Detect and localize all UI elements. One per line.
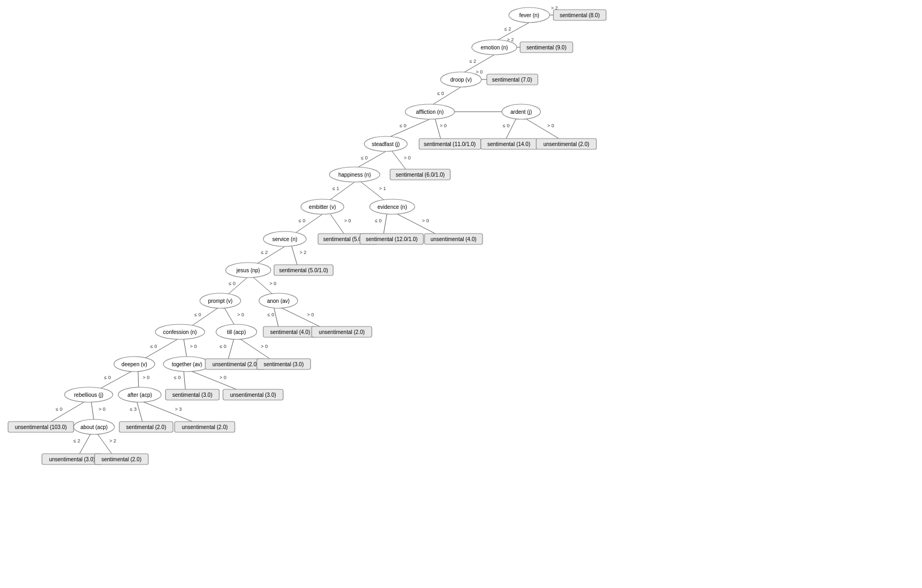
svg-text:≤ 0: ≤ 0 <box>195 312 201 317</box>
svg-text:evidence (n): evidence (n) <box>377 204 407 210</box>
svg-text:unsentimental (2.0): unsentimental (2.0) <box>319 329 365 335</box>
svg-text:≤ 0: ≤ 0 <box>299 218 305 223</box>
svg-text:unsentimental (3.0): unsentimental (3.0) <box>230 392 276 398</box>
svg-text:sentimental (7.0): sentimental (7.0) <box>492 77 532 83</box>
svg-text:embitter (v): embitter (v) <box>309 204 336 210</box>
svg-text:> 2: > 2 <box>110 438 117 444</box>
svg-line-39 <box>292 246 297 265</box>
svg-text:> 0: > 0 <box>270 281 277 286</box>
svg-text:confession (n): confession (n) <box>163 329 197 335</box>
svg-text:unsentimental (2.0): unsentimental (2.0) <box>182 424 228 430</box>
svg-line-51 <box>282 308 320 326</box>
svg-text:≤ 0: ≤ 0 <box>503 123 509 128</box>
svg-text:≤ 1: ≤ 1 <box>333 186 339 191</box>
svg-line-73 <box>137 402 142 422</box>
svg-text:≤ 0: ≤ 0 <box>361 155 368 161</box>
svg-text:sentimental (2.0): sentimental (2.0) <box>126 424 166 430</box>
svg-text:till (acp): till (acp) <box>227 329 246 335</box>
svg-text:> 0: > 0 <box>143 375 150 380</box>
svg-text:≤ 0: ≤ 0 <box>375 218 381 223</box>
svg-line-29 <box>294 214 322 234</box>
svg-text:> 0: > 0 <box>344 218 351 223</box>
svg-text:sentimental (4.0): sentimental (4.0) <box>270 329 310 335</box>
svg-text:sentimental (5.0/1.0): sentimental (5.0/1.0) <box>279 267 328 273</box>
tree-container: ≤ 2 > 2 ≤ 2 > 2 ≤ 0 > 0 ≤ 0 > 0 ≤ 0 > 0 … <box>0 0 922 588</box>
svg-text:> 0: > 0 <box>404 155 411 161</box>
svg-text:≤ 3: ≤ 3 <box>130 406 136 412</box>
svg-text:≤ 2: ≤ 2 <box>470 59 476 64</box>
svg-line-67 <box>192 372 236 389</box>
svg-text:≤ 0: ≤ 0 <box>56 406 62 412</box>
svg-text:> 0: > 0 <box>237 312 244 317</box>
svg-line-53 <box>144 339 177 359</box>
svg-text:sentimental (3.0): sentimental (3.0) <box>172 392 212 398</box>
svg-text:> 1: > 1 <box>379 186 386 191</box>
svg-line-16 <box>506 119 516 139</box>
svg-text:sentimental (8.0): sentimental (8.0) <box>560 12 600 18</box>
svg-text:≤ 0: ≤ 0 <box>229 281 235 286</box>
svg-line-69 <box>51 402 84 422</box>
svg-line-49 <box>274 308 278 326</box>
svg-line-63 <box>138 372 139 389</box>
svg-text:> 0: > 0 <box>440 123 447 128</box>
svg-line-61 <box>99 372 131 389</box>
svg-text:affliction (n): affliction (n) <box>416 109 444 115</box>
svg-text:≤ 0: ≤ 0 <box>104 375 111 380</box>
svg-line-37 <box>255 246 285 265</box>
svg-text:> 0: > 0 <box>476 69 483 75</box>
svg-text:≤ 2: ≤ 2 <box>74 438 80 444</box>
svg-line-9 <box>430 87 461 106</box>
tree-svg: ≤ 2 > 2 ≤ 2 > 2 ≤ 0 > 0 ≤ 0 > 0 ≤ 0 > 0 … <box>0 0 922 588</box>
svg-line-41 <box>227 278 247 295</box>
svg-line-35 <box>398 214 435 234</box>
svg-line-18 <box>527 119 559 139</box>
svg-text:unsentimental (103.0): unsentimental (103.0) <box>15 424 67 430</box>
svg-text:anon (av): anon (av) <box>267 298 290 304</box>
svg-text:unsentimental (2.0): unsentimental (2.0) <box>543 141 589 147</box>
svg-text:> 0: > 0 <box>220 375 227 380</box>
svg-text:> 0: > 0 <box>307 312 314 317</box>
svg-text:≤ 0: ≤ 0 <box>150 344 157 349</box>
svg-text:> 2: > 2 <box>300 250 307 255</box>
svg-line-25 <box>328 182 355 201</box>
svg-text:> 0: > 0 <box>190 344 197 349</box>
svg-text:sentimental (9.0): sentimental (9.0) <box>527 45 566 50</box>
svg-text:after (acp): after (acp) <box>127 392 152 398</box>
svg-text:≤ 2: ≤ 2 <box>261 250 268 255</box>
svg-line-75 <box>144 402 192 422</box>
svg-text:sentimental (6.0/1.0): sentimental (6.0/1.0) <box>395 172 444 178</box>
svg-text:> 0: > 0 <box>261 344 268 349</box>
svg-text:droop (v): droop (v) <box>450 77 472 83</box>
svg-text:> 3: > 3 <box>175 406 182 412</box>
svg-text:sentimental (14.0): sentimental (14.0) <box>487 141 530 147</box>
svg-line-65 <box>184 372 185 389</box>
svg-text:≤ 0: ≤ 0 <box>268 312 274 317</box>
svg-line-77 <box>80 434 90 454</box>
svg-line-55 <box>184 339 187 359</box>
svg-text:> 0: > 0 <box>548 123 554 128</box>
svg-text:≤ 0: ≤ 0 <box>437 91 444 96</box>
svg-line-12 <box>386 119 430 139</box>
svg-text:rebellious (j): rebellious (j) <box>74 392 103 398</box>
svg-text:fever (n): fever (n) <box>519 12 539 18</box>
svg-line-14 <box>435 119 441 139</box>
svg-line-27 <box>361 182 386 201</box>
svg-text:prompt (v): prompt (v) <box>208 298 233 304</box>
svg-text:> 0: > 0 <box>422 218 429 223</box>
svg-text:sentimental (2.0): sentimental (2.0) <box>102 456 141 462</box>
svg-text:happiness (n): happiness (n) <box>338 172 371 178</box>
svg-line-79 <box>98 434 112 454</box>
svg-line-59 <box>241 339 270 359</box>
svg-text:about (acp): about (acp) <box>81 424 108 430</box>
svg-text:emotion (n): emotion (n) <box>481 45 508 50</box>
svg-text:≤ 2: ≤ 2 <box>505 26 511 32</box>
svg-line-43 <box>254 278 274 295</box>
svg-line-21 <box>355 151 386 169</box>
svg-line-71 <box>91 402 94 422</box>
svg-text:sentimental (3.0): sentimental (3.0) <box>264 361 304 367</box>
svg-text:sentimental (12.0/1.0): sentimental (12.0/1.0) <box>366 236 418 242</box>
svg-text:unsentimental (3.0): unsentimental (3.0) <box>49 456 95 462</box>
svg-line-47 <box>225 308 235 326</box>
svg-text:> 0: > 0 <box>99 406 106 412</box>
svg-text:sentimental (11.0/1.0): sentimental (11.0/1.0) <box>424 141 476 147</box>
